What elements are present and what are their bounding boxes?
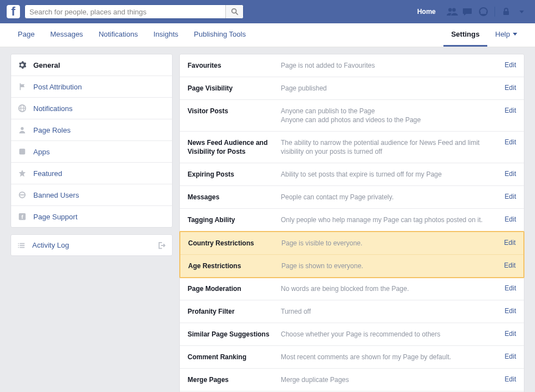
account-menu-button[interactable] (515, 5, 528, 18)
setting-label: Expiring Posts (188, 170, 281, 179)
sidebar-activity-label: Activity Log (32, 241, 69, 249)
svg-rect-3 (503, 11, 509, 15)
edit-link[interactable]: Edit (499, 284, 516, 292)
exit-icon (158, 242, 165, 249)
edit-link[interactable]: Edit (499, 84, 516, 92)
privacy-shortcuts-icon[interactable] (499, 5, 513, 18)
sidebar-item-featured[interactable]: Featured (11, 163, 172, 184)
setting-label: Similar Page Suggestions (188, 330, 281, 339)
home-link[interactable]: Home (412, 8, 441, 16)
svg-line-1 (236, 13, 238, 14)
setting-row-similar-page-suggestions: Similar Page Suggestions Choose whether … (180, 323, 524, 346)
edit-link[interactable]: Edit (499, 107, 516, 114)
edit-link[interactable]: Edit (498, 239, 516, 247)
setting-label: Age Restrictions (188, 262, 281, 270)
setting-label: Page Moderation (188, 284, 281, 293)
globe-icon (18, 104, 27, 113)
setting-row-age-restrictions: Age Restrictions Page is shown to everyo… (180, 255, 523, 277)
edit-link[interactable]: Edit (499, 215, 516, 223)
sidebar-item-label: Apps (33, 148, 50, 156)
sidebar-activity-log[interactable]: Activity Log (11, 234, 173, 256)
sidebar-item-post-attribution[interactable]: Post Attribution (11, 76, 172, 98)
sidebar-item-apps[interactable]: Apps (11, 141, 172, 163)
setting-row-expiring-posts: Expiring Posts Ability to set posts that… (180, 163, 524, 186)
facebook-square-icon: f (18, 212, 27, 221)
setting-desc: No words are being blocked from the Page… (281, 284, 499, 293)
person-icon (18, 125, 27, 134)
edit-link[interactable]: Edit (498, 262, 516, 269)
edit-link[interactable]: Edit (499, 138, 516, 146)
setting-label: Profanity Filter (188, 307, 281, 316)
edit-link[interactable]: Edit (499, 170, 516, 178)
sidebar-item-label: Post Attribution (33, 83, 82, 91)
setting-desc: Merge duplicate Pages (281, 375, 499, 384)
search-input[interactable] (25, 5, 225, 18)
search-button[interactable] (225, 5, 243, 18)
tab-help[interactable]: Help (487, 23, 525, 47)
top-icons (446, 5, 528, 18)
chevron-down-icon (519, 11, 524, 13)
setting-row-favourites: Favourites Page is not added to Favourit… (180, 54, 524, 77)
setting-row-merge-pages: Merge Pages Merge duplicate Pages Edit (180, 369, 524, 391)
sidebar-item-banned-users[interactable]: Banned Users (11, 184, 172, 206)
setting-label: Country Restrictions (188, 239, 281, 248)
edit-link[interactable]: Edit (499, 375, 516, 383)
setting-row-profanity-filter: Profanity Filter Turned off Edit (180, 300, 524, 323)
setting-desc: The ability to narrow the potential audi… (281, 138, 499, 156)
setting-row-visitor-posts: Visitor Posts Anyone can publish to the … (180, 100, 524, 132)
setting-label: Comment Ranking (188, 353, 281, 361)
messages-icon[interactable] (461, 5, 475, 18)
sidebar-item-general[interactable]: General (11, 54, 172, 76)
sidebar-item-page-roles[interactable]: Page Roles (11, 119, 172, 141)
search-container (24, 4, 244, 19)
setting-desc: Ability to set posts that expire is turn… (281, 170, 499, 179)
setting-desc: Anyone can publish to the Page Anyone ca… (281, 107, 499, 124)
setting-desc: Only people who help manage my Page can … (281, 215, 499, 224)
sidebar-item-label: Featured (33, 169, 62, 178)
sidebar-item-label: General (33, 61, 60, 69)
flag-icon (18, 82, 27, 91)
content: General Post Attribution Notifications P… (5, 54, 530, 392)
setting-desc: Page published (281, 84, 499, 93)
setting-row-news-feed-audience: News Feed Audience and Visibility for Po… (180, 132, 524, 163)
svg-point-7 (21, 127, 23, 130)
sidebar-item-page-support[interactable]: f Page Support (11, 206, 172, 227)
edit-link[interactable]: Edit (499, 61, 516, 69)
setting-label: Visitor Posts (188, 107, 281, 115)
sidebar-panel: General Post Attribution Notifications P… (11, 54, 173, 228)
edit-link[interactable]: Edit (499, 330, 516, 338)
setting-label: News Feed Audience and Visibility for Po… (188, 138, 281, 156)
setting-label: Page Visibility (188, 84, 281, 93)
setting-row-page-visibility: Page Visibility Page published Edit (180, 77, 524, 100)
setting-label: Messages (188, 193, 281, 202)
highlighted-settings: Country Restrictions Page is visible to … (179, 231, 524, 278)
gear-icon (18, 61, 27, 69)
tab-publishing-tools[interactable]: Publishing Tools (186, 23, 254, 47)
tab-insights[interactable]: Insights (145, 23, 186, 47)
tab-messages[interactable]: Messages (42, 23, 90, 47)
edit-link[interactable]: Edit (499, 307, 516, 315)
chevron-down-icon (513, 33, 517, 36)
tab-page[interactable]: Page (10, 23, 42, 47)
tab-notifications[interactable]: Notifications (91, 23, 146, 47)
settings-panel: Favourites Page is not added to Favourit… (179, 54, 524, 392)
svg-point-13 (18, 243, 19, 244)
edit-link[interactable]: Edit (499, 353, 516, 360)
sidebar-item-label: Page Roles (33, 126, 70, 134)
svg-point-14 (18, 245, 19, 246)
notifications-icon[interactable] (477, 5, 490, 18)
star-icon (18, 169, 27, 178)
tab-settings[interactable]: Settings (443, 23, 487, 47)
setting-label: Favourites (188, 61, 281, 70)
sidebar-item-notifications[interactable]: Notifications (11, 98, 172, 119)
svg-point-0 (231, 9, 236, 13)
edit-link[interactable]: Edit (499, 193, 516, 200)
facebook-logo[interactable]: f (7, 5, 20, 18)
app-icon (18, 147, 27, 156)
setting-desc: People can contact my Page privately. (281, 193, 499, 202)
sidebar-item-label: Notifications (33, 104, 73, 113)
setting-desc: Choose whether your Page is recommended … (281, 330, 499, 339)
friend-requests-icon[interactable] (446, 5, 459, 18)
svg-point-15 (18, 247, 19, 248)
setting-desc: Turned off (281, 307, 499, 316)
